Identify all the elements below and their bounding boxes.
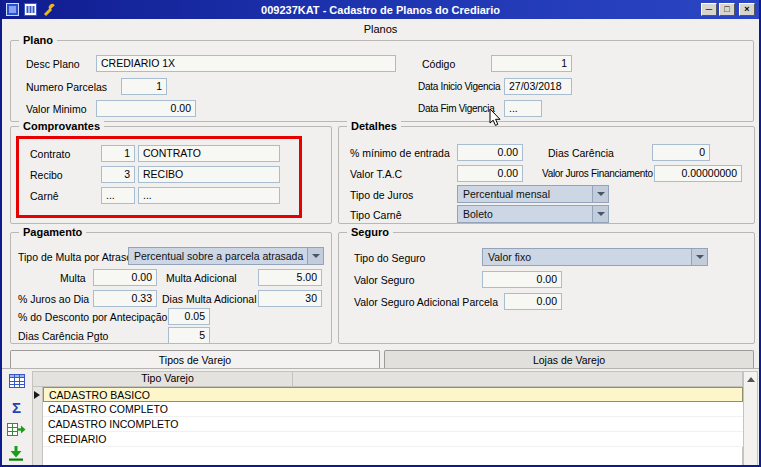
carne-code-field[interactable]: ...	[101, 187, 135, 204]
contrato-label: Contrato	[30, 148, 70, 160]
tipo-carne-value: Boleto	[463, 208, 493, 220]
tipo-seguro-label: Tipo do Seguro	[354, 252, 425, 264]
chevron-down-icon[interactable]	[592, 186, 608, 202]
sigma-icon: Σ	[12, 399, 21, 416]
valor-tac-field[interactable]: 0.00	[457, 165, 523, 182]
dias-carencia-field[interactable]: 0	[652, 144, 710, 161]
recibo-code-field[interactable]: 3	[101, 166, 135, 183]
carne-desc-field[interactable]: ...	[138, 187, 280, 204]
valor-tac-label: Valor T.A.C	[350, 168, 402, 180]
app-window: 009237KAT - Cadastro de Planos do Credia…	[0, 0, 761, 467]
minimize-button[interactable]: ─	[701, 3, 717, 16]
numero-parcelas-label: Numero Parcelas	[26, 81, 107, 93]
minimo-entrada-label: % mínimo de entrada	[350, 147, 450, 159]
contrato-code-field[interactable]: 1	[101, 145, 135, 162]
table-row[interactable]: CADASTRO INCOMPLETO	[43, 417, 743, 432]
dias-carencia-pgto-field[interactable]: 5	[168, 327, 210, 344]
multa-adicional-label: Multa Adicional	[166, 272, 237, 284]
tipo-multa-combo[interactable]: Percentual sobre a parcela atrasada	[128, 247, 324, 265]
tab-lojas-de-varejo[interactable]: Lojas de Varejo	[384, 350, 754, 369]
data-inicio-label: Data Inicio Vigencia	[418, 81, 500, 92]
export-button[interactable]	[7, 422, 27, 440]
chevron-down-icon[interactable]	[691, 249, 707, 265]
juros-dia-label: % Juros ao Dia	[18, 293, 89, 305]
tipo-seguro-combo[interactable]: Valor fixo	[482, 248, 708, 266]
tipo-carne-label: Tipo Carnê	[350, 209, 402, 221]
dias-carencia-pgto-label: Dias Carência Pgto	[18, 330, 108, 342]
desc-plano-field[interactable]: CREDIARIO 1X	[96, 55, 396, 72]
close-button[interactable]: ×	[739, 3, 755, 16]
data-fim-label: Data Fim Vigencia	[418, 103, 494, 114]
selected-row-marker-icon	[34, 391, 40, 399]
desconto-antecipacao-field[interactable]: 0.05	[168, 308, 210, 325]
tipo-multa-label: Tipo de Multa por Atraso	[18, 251, 132, 263]
contrato-desc-field[interactable]: CONTRATO	[138, 145, 280, 162]
system-menu-icon[interactable]	[6, 3, 20, 17]
export-down-button[interactable]	[8, 446, 28, 464]
recibo-desc-field[interactable]: RECIBO	[138, 166, 280, 183]
desc-plano-label: Desc Plano	[26, 58, 80, 70]
data-fim-field[interactable]: ...	[504, 100, 542, 117]
desconto-antecipacao-label: % do Desconto por Antecipação	[18, 311, 167, 323]
tipo-juros-value: Percentual mensal	[463, 188, 550, 200]
tipo-juros-combo[interactable]: Percentual mensal	[457, 185, 609, 203]
valor-juros-financiamento-field[interactable]: 0.00000000	[654, 165, 742, 182]
tab-divider	[2, 368, 759, 369]
scroll-up-icon	[747, 377, 755, 382]
group-pagamento-legend: Pagamento	[19, 226, 86, 238]
valor-seguro-adicional-label: Valor Seguro Adicional Parcela	[354, 296, 498, 308]
codigo-field[interactable]: 1	[491, 55, 572, 72]
data-inicio-field[interactable]: 27/03/2018	[504, 78, 572, 95]
table-header-tipo-varejo[interactable]: Tipo Varejo	[43, 371, 293, 387]
titlebar[interactable]: 009237KAT - Cadastro de Planos do Credia…	[2, 0, 759, 19]
tipo-carne-combo[interactable]: Boleto	[457, 205, 609, 223]
recibo-label: Recibo	[30, 169, 63, 181]
arrow-down-icon	[8, 446, 24, 461]
chevron-down-icon[interactable]	[592, 206, 608, 222]
dias-multa-adicional-label: Dias Multa Adicional	[162, 293, 257, 305]
valor-juros-financiamento-label: Valor Juros Financiamento	[542, 168, 653, 179]
group-seguro-legend: Seguro	[347, 226, 393, 238]
sum-button[interactable]: Σ	[12, 399, 32, 417]
carne-label: Carnê	[30, 190, 59, 202]
vertical-scrollbar[interactable]	[743, 371, 758, 467]
page-tab-planos[interactable]: Planos	[2, 23, 759, 35]
group-detalhes-legend: Detalhes	[347, 120, 401, 132]
multa-label: Multa	[60, 272, 86, 284]
multa-adicional-field[interactable]: 5.00	[258, 269, 322, 286]
scroll-up-button[interactable]	[744, 372, 757, 386]
chevron-down-icon[interactable]	[307, 248, 323, 264]
group-plano-legend: Plano	[19, 34, 57, 46]
tipo-juros-label: Tipo de Juros	[350, 189, 413, 201]
valor-seguro-adicional-field[interactable]: 0.00	[504, 293, 562, 310]
valor-minimo-field[interactable]: 0.00	[96, 100, 196, 117]
tipo-multa-value: Percentual sobre a parcela atrasada	[134, 250, 303, 262]
multa-field[interactable]: 0.00	[93, 269, 157, 286]
valor-seguro-label: Valor Seguro	[354, 274, 415, 286]
maximize-button[interactable]: □	[719, 3, 735, 16]
valor-minimo-label: Valor Minimo	[26, 103, 87, 115]
wrench-icon[interactable]	[43, 3, 57, 17]
valor-seguro-field[interactable]: 0.00	[482, 271, 562, 288]
dias-multa-adicional-field[interactable]: 30	[258, 290, 322, 307]
columns-icon[interactable]	[24, 3, 38, 17]
table-row[interactable]: CREDIARIO	[43, 432, 743, 447]
codigo-label: Código	[422, 58, 455, 70]
numero-parcelas-field[interactable]: 1	[121, 78, 167, 95]
tipo-seguro-value: Valor fixo	[488, 251, 531, 263]
dias-carencia-label: Dias Carência	[548, 147, 614, 159]
tab-tipos-de-varejo[interactable]: Tipos de Varejo	[10, 350, 380, 369]
table-row[interactable]: CADASTRO COMPLETO	[43, 402, 743, 417]
group-comprovantes-legend: Comprovantes	[19, 120, 104, 132]
window-title: 009237KAT - Cadastro de Planos do Credia…	[261, 4, 500, 16]
export-grid-icon	[7, 422, 26, 437]
grid-icon	[9, 374, 25, 388]
juros-dia-field[interactable]: 0.33	[93, 290, 157, 307]
row-indicator-column	[32, 387, 43, 467]
table-row[interactable]: CADASTRO BASICO	[43, 387, 743, 402]
grid-view-button[interactable]	[9, 374, 29, 392]
minimo-entrada-field[interactable]: 0.00	[457, 144, 523, 161]
